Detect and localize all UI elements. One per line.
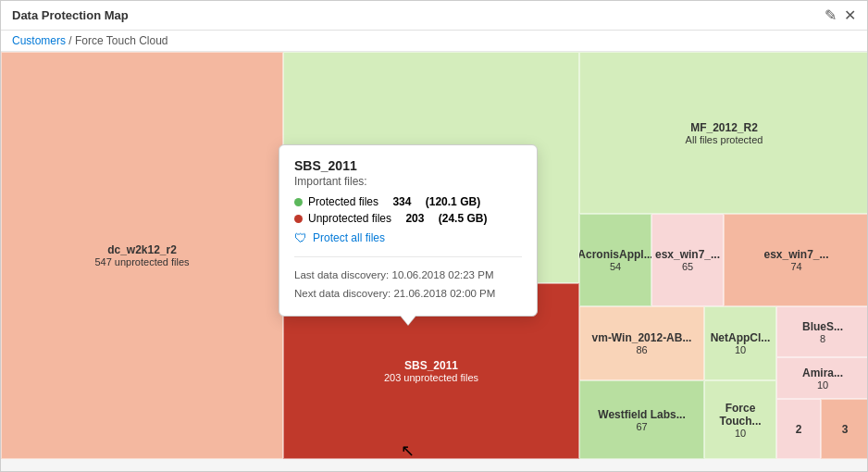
cell-title-esx_win7_65: esx_win7_... bbox=[655, 248, 720, 261]
cell-title-mf_2012_r2: MF_2012_R2 bbox=[690, 121, 758, 134]
protected-label: Protected files bbox=[308, 195, 378, 208]
cell-title-netapp_cl: NetAppCl... bbox=[711, 331, 771, 344]
cell-title-blues: BlueS... bbox=[802, 320, 843, 333]
cell-title-sbs_2011: SBS_2011 bbox=[404, 359, 458, 372]
cell-title-esx_win7_74: esx_win7_... bbox=[763, 248, 828, 261]
title-bar: Data Protection Map ✎ ✕ bbox=[1, 1, 867, 31]
cell-title-westfield: Westfield Labs... bbox=[598, 408, 685, 421]
cell-amira[interactable]: Amira...10 bbox=[776, 357, 867, 399]
unprotected-size: (24.5 GB) bbox=[439, 212, 488, 225]
tooltip-protected-row: Protected files 334 (120.1 GB) bbox=[294, 195, 522, 208]
last-discovery-value: 10.06.2018 02:23 PM bbox=[391, 269, 493, 280]
protected-dot bbox=[294, 198, 303, 206]
tooltip-section: Important files: bbox=[294, 175, 522, 188]
protected-count: 334 bbox=[392, 195, 411, 208]
cell-title-cell_small_3: 3 bbox=[842, 423, 849, 436]
cell-sub-sbs_2011: 203 unprotected files bbox=[384, 372, 478, 383]
cell-acronis_appl[interactable]: AcronisAppl...54 bbox=[579, 214, 651, 306]
cell-title-acronis_appl: AcronisAppl... bbox=[577, 248, 652, 261]
cell-cell_small_3[interactable]: 3 bbox=[821, 399, 867, 459]
edit-icon[interactable]: ✎ bbox=[825, 6, 837, 24]
cell-sub-esx_win7_74: 74 bbox=[790, 261, 801, 272]
tooltip-title: SBS_2011 bbox=[294, 158, 522, 173]
cell-sub-force_touch: 10 bbox=[735, 428, 746, 439]
protected-size: (120.1 GB) bbox=[426, 195, 480, 208]
protect-link-label: Protect all files bbox=[313, 231, 385, 244]
breadcrumb-current: Force Touch Cloud bbox=[75, 34, 168, 47]
tooltip-meta: Last data discovery: 10.06.2018 02:23 PM… bbox=[294, 267, 522, 303]
cell-sub-amira: 10 bbox=[817, 379, 828, 391]
shield-icon: 🛡 bbox=[294, 230, 307, 245]
title-bar-actions: ✎ ✕ bbox=[825, 6, 856, 24]
window-title: Data Protection Map bbox=[12, 8, 129, 22]
cell-esx_win7_74[interactable]: esx_win7_...74 bbox=[724, 214, 867, 306]
breadcrumb: Customers / Force Touch Cloud bbox=[1, 31, 867, 52]
next-discovery-label: Next data discovery: bbox=[294, 288, 391, 299]
cell-title-amira: Amira... bbox=[802, 366, 843, 379]
cell-sub-westfield: 67 bbox=[636, 421, 647, 432]
cell-title-force_touch: Force Touch... bbox=[705, 402, 775, 428]
tooltip-unprotected-row: Unprotected files 203 (24.5 GB) bbox=[294, 212, 522, 225]
cell-netapp_cl[interactable]: NetAppCl...10 bbox=[704, 306, 776, 380]
cell-esx_win7_65[interactable]: esx_win7_...65 bbox=[651, 214, 724, 306]
close-icon[interactable]: ✕ bbox=[844, 6, 856, 24]
map-area: dc_w2k12_r2547 unprotected filesSBS_2011… bbox=[1, 52, 867, 471]
tooltip: SBS_2011 Important files: Protected file… bbox=[279, 144, 538, 317]
cell-sub-netapp_cl: 10 bbox=[735, 344, 746, 355]
cell-vm_win_2012[interactable]: vm-Win_2012-AB...86 bbox=[579, 306, 704, 380]
cell-mf_2012_r2[interactable]: MF_2012_R2All files protected bbox=[579, 52, 867, 214]
cell-cell_small_2[interactable]: 2 bbox=[776, 399, 821, 459]
last-discovery-label: Last data discovery: bbox=[294, 269, 389, 280]
cell-sub-blues: 8 bbox=[820, 333, 825, 344]
tooltip-divider bbox=[294, 256, 522, 257]
cell-sub-mf_2012_r2: All files protected bbox=[686, 134, 763, 145]
cell-dc_w2k12_r2[interactable]: dc_w2k12_r2547 unprotected files bbox=[1, 52, 283, 459]
breadcrumb-link[interactable]: Customers bbox=[12, 34, 66, 47]
window: Data Protection Map ✎ ✕ Customers / Forc… bbox=[0, 0, 868, 472]
unprotected-dot bbox=[294, 215, 303, 223]
cell-sub-acronis_appl: 54 bbox=[610, 261, 621, 272]
unprotected-count: 203 bbox=[405, 212, 424, 225]
cell-sub-esx_win7_65: 65 bbox=[682, 261, 693, 272]
cell-blues[interactable]: BlueS...8 bbox=[776, 306, 867, 357]
cell-title-vm_win_2012: vm-Win_2012-AB... bbox=[592, 331, 692, 344]
cell-force_touch[interactable]: Force Touch...10 bbox=[704, 380, 776, 459]
cell-title-dc_w2k12_r2: dc_w2k12_r2 bbox=[107, 243, 177, 256]
cell-sub-dc_w2k12_r2: 547 unprotected files bbox=[94, 256, 189, 267]
cell-title-cell_small_2: 2 bbox=[796, 423, 802, 436]
breadcrumb-separator: / bbox=[66, 34, 75, 47]
cell-westfield[interactable]: Westfield Labs...67 bbox=[579, 380, 704, 459]
next-discovery-value: 21.06.2018 02:00 PM bbox=[393, 288, 495, 299]
unprotected-label: Unprotected files bbox=[308, 212, 391, 225]
cell-sub-vm_win_2012: 86 bbox=[636, 344, 647, 355]
protect-all-link[interactable]: 🛡 Protect all files bbox=[294, 230, 522, 245]
